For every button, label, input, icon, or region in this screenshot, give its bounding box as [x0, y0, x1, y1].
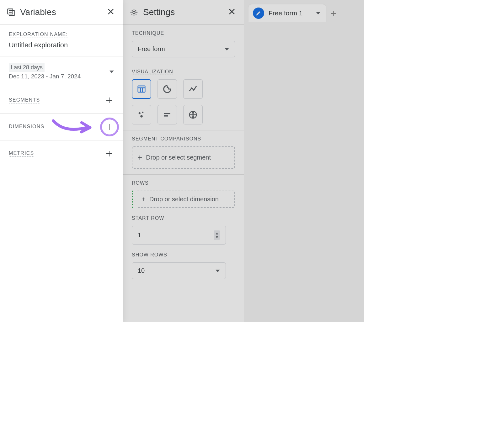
- show-rows-label: SHOW ROWS: [132, 252, 167, 258]
- settings-panel: Settings TECHNIQUE Free form VISUALIZATI…: [123, 0, 244, 322]
- add-dimension-button[interactable]: [104, 122, 114, 132]
- exploration-name-section: EXPLORATION NAME: Untitled exploration: [0, 25, 123, 56]
- rows-label: ROWS: [132, 180, 149, 186]
- start-row-label: START ROW: [132, 215, 164, 221]
- arrow-annotation: [52, 118, 96, 136]
- settings-title: Settings: [143, 7, 222, 17]
- chevron-down-icon: [225, 48, 229, 50]
- chevron-down-icon: [316, 12, 320, 14]
- exploration-name-input[interactable]: Untitled exploration: [9, 41, 114, 49]
- technique-value: Free form: [138, 45, 165, 53]
- show-rows-value: 10: [138, 267, 145, 274]
- tab-label: Free form 1: [269, 9, 303, 17]
- start-row-value: 1: [138, 232, 141, 239]
- close-variables-button[interactable]: [105, 6, 116, 19]
- metrics-section: METRICS: [0, 140, 123, 167]
- rows-drop-text: Drop or select dimension: [149, 196, 219, 203]
- svg-point-19: [142, 112, 143, 113]
- svg-point-18: [139, 112, 141, 114]
- close-settings-button[interactable]: [226, 6, 238, 19]
- stepper-icon[interactable]: ▴▾: [214, 230, 220, 240]
- svg-point-20: [140, 115, 143, 118]
- viz-scatter-button[interactable]: [132, 105, 151, 124]
- variables-title: Variables: [20, 7, 101, 17]
- rows-drop-zone[interactable]: + Drop or select dimension: [132, 191, 235, 208]
- pencil-icon: [253, 8, 264, 19]
- date-range-selector[interactable]: Last 28 days Dec 11, 2023 - Jan 7, 2024: [0, 56, 123, 87]
- segment-drop-zone[interactable]: + Drop or select segment: [132, 146, 235, 169]
- add-segment-button[interactable]: [104, 96, 114, 105]
- svg-point-11: [133, 11, 135, 13]
- plus-icon: +: [142, 196, 146, 203]
- start-row-input[interactable]: 1 ▴▾: [132, 226, 226, 245]
- metrics-label: METRICS: [9, 150, 34, 157]
- variables-panel: Variables EXPLORATION NAME: Untitled exp…: [0, 0, 123, 322]
- viz-bar-button[interactable]: [158, 105, 177, 124]
- viz-table-button[interactable]: [132, 79, 151, 99]
- dimensions-section: DIMENSIONS: [0, 114, 123, 140]
- show-rows-select[interactable]: 10: [132, 262, 226, 279]
- viz-donut-button[interactable]: [158, 79, 177, 99]
- svg-rect-0: [8, 9, 13, 14]
- svg-rect-14: [138, 86, 145, 92]
- add-tab-button[interactable]: +: [326, 5, 341, 22]
- technique-label: TECHNIQUE: [132, 30, 164, 36]
- segments-section: SEGMENTS: [0, 87, 123, 113]
- tab-freeform-1[interactable]: Free form 1: [248, 4, 326, 22]
- date-preset: Last 28 days: [9, 63, 45, 72]
- chevron-down-icon: [109, 71, 114, 73]
- viz-geo-button[interactable]: [183, 105, 203, 124]
- viz-line-button[interactable]: [183, 79, 203, 99]
- variables-icon: [6, 8, 16, 17]
- gear-icon: [129, 8, 139, 17]
- chevron-down-icon: [216, 270, 220, 272]
- technique-select[interactable]: Free form: [132, 41, 235, 57]
- add-metric-button[interactable]: [104, 149, 114, 158]
- plus-icon: +: [137, 153, 142, 162]
- canvas-area: Free form 1 +: [244, 0, 364, 322]
- segment-drop-text: Drop or select segment: [146, 154, 211, 161]
- dimensions-label: DIMENSIONS: [9, 124, 44, 130]
- segment-comparisons-label: SEGMENT COMPARISONS: [132, 136, 201, 142]
- exploration-name-label: EXPLORATION NAME:: [9, 32, 68, 38]
- date-range: Dec 11, 2023 - Jan 7, 2024: [9, 73, 81, 80]
- visualization-label: VISUALIZATION: [132, 69, 173, 75]
- segments-label: SEGMENTS: [9, 97, 40, 103]
